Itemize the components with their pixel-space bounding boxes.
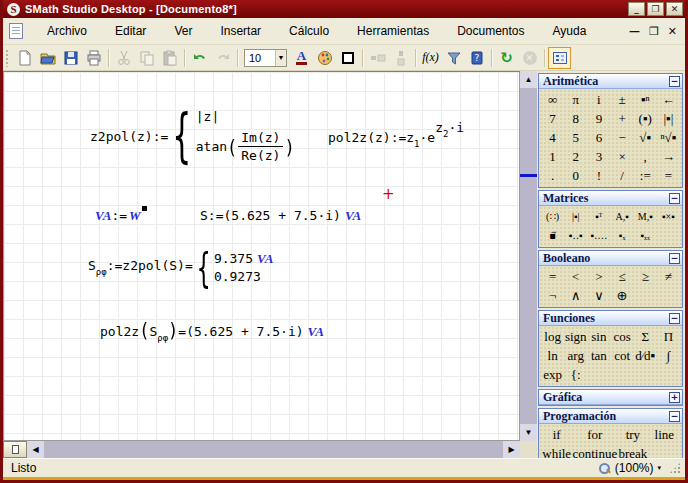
formula-srhophi-result[interactable]: Sρφ:=z2pol(S)= { 9.375VA 0.9273 <box>88 250 273 285</box>
document-icon[interactable] <box>9 23 23 39</box>
palette-button[interactable]: ∞ <box>541 90 564 109</box>
palette-button[interactable]: ▪‥▪ <box>564 226 587 245</box>
palette-button[interactable]: ≤ <box>610 267 633 286</box>
chevron-down-icon[interactable]: ▾ <box>657 464 661 472</box>
collapse-icon[interactable]: − <box>669 313 680 324</box>
menu-item[interactable]: Ayuda <box>539 20 601 42</box>
palette-button[interactable]: break <box>617 444 648 458</box>
palette-button[interactable]: 8 <box>564 109 587 128</box>
palette-button[interactable]: arg <box>564 346 587 365</box>
formula-z2pol-definition[interactable]: z2pol(z):= { |z| atan( Im(z)Re(z) ) <box>90 106 295 166</box>
palette-button[interactable]: sign <box>564 327 587 346</box>
expand-icon[interactable]: + <box>669 392 680 403</box>
palette-button[interactable]: ▪⃗ <box>541 226 564 245</box>
palette-button[interactable]: 1 <box>541 147 564 166</box>
palette-button[interactable]: exp <box>541 365 564 384</box>
horizontal-scroll-thumb[interactable] <box>44 441 503 458</box>
menu-item[interactable]: Cálculo <box>275 20 343 42</box>
scroll-left-icon[interactable]: ◀ <box>27 441 44 458</box>
background-color-button[interactable] <box>313 47 336 69</box>
palette-button[interactable]: sin <box>587 327 610 346</box>
palette-button[interactable]: × <box>610 147 633 166</box>
menu-item[interactable]: Archivo <box>33 20 101 42</box>
palette-button[interactable]: cot <box>610 346 633 365</box>
palette-button[interactable]: 0 <box>564 166 587 185</box>
toolbar-grip[interactable] <box>5 49 10 67</box>
palette-button[interactable]: Σ <box>634 327 657 346</box>
palette-button[interactable]: 9 <box>587 109 610 128</box>
palette-button[interactable]: ≠ <box>657 267 680 286</box>
palette-button[interactable]: . <box>541 166 564 185</box>
palette-button[interactable]: < <box>564 267 587 286</box>
vertical-scrollbar[interactable]: ▲ ▼ <box>520 71 537 441</box>
formula-pol2z-result[interactable]: pol2z(Sρφ)=(5.625 + 7.5·i)VA <box>100 320 324 343</box>
palette-button[interactable]: 4 <box>541 128 564 147</box>
save-button[interactable] <box>59 47 82 69</box>
palette-button[interactable]: / <box>610 166 633 185</box>
palette-button[interactable]: + <box>610 109 633 128</box>
palette-button[interactable]: ▪×▪ <box>657 207 680 226</box>
palette-button[interactable]: log <box>541 327 564 346</box>
menu-item[interactable]: Editar <box>101 20 160 42</box>
font-size-value[interactable]: 10 <box>245 52 275 64</box>
palette-button[interactable]: line <box>649 425 680 444</box>
palette-header[interactable]: Funciones − <box>539 311 682 326</box>
close-button[interactable]: ✕ <box>666 2 683 16</box>
open-button[interactable] <box>36 47 59 69</box>
palette-button[interactable]: continue <box>572 444 617 458</box>
palette-button[interactable]: ▪‥‥ <box>587 226 610 245</box>
scroll-down-icon[interactable]: ▼ <box>520 424 537 441</box>
palette-header[interactable]: Aritmética − <box>539 74 682 89</box>
palette-button[interactable]: 5 <box>564 128 587 147</box>
palette-button[interactable]: := <box>634 166 657 185</box>
palette-button[interactable]: π <box>564 90 587 109</box>
palette-button[interactable]: while <box>541 444 572 458</box>
palette-button[interactable]: ∧ <box>564 286 587 305</box>
collapse-icon[interactable]: − <box>669 193 680 204</box>
mdi-minimize-button[interactable]: — <box>629 25 640 38</box>
formula-va-assignment[interactable]: VA:=W <box>95 206 147 224</box>
palette-button[interactable]: = <box>657 166 680 185</box>
palette-button[interactable]: M,▪ <box>634 207 657 226</box>
palette-button[interactable]: ∫ <box>657 346 680 365</box>
palette-button[interactable]: |▪| <box>657 109 680 128</box>
scroll-up-icon[interactable]: ▲ <box>520 71 537 88</box>
reference-book-button[interactable]: ? <box>465 47 488 69</box>
palette-button[interactable]: Π <box>657 327 680 346</box>
palette-button[interactable]: (∷) <box>541 207 564 226</box>
palette-header[interactable]: Programación − <box>539 409 682 424</box>
undo-button[interactable] <box>188 47 211 69</box>
palette-button[interactable]: for <box>572 425 617 444</box>
palette-button[interactable]: ▪ⁿ <box>634 90 657 109</box>
palette-button[interactable]: → <box>657 147 680 166</box>
palette-button[interactable]: ≥ <box>634 267 657 286</box>
vertical-scroll-thumb[interactable] <box>520 88 537 424</box>
palette-button[interactable]: , <box>634 147 657 166</box>
palette-button[interactable]: ln <box>541 346 564 365</box>
collapse-icon[interactable]: − <box>669 76 680 87</box>
collapse-icon[interactable]: − <box>669 253 680 264</box>
worksheet-canvas[interactable]: z2pol(z):= { |z| atan( Im(z)Re(z) ) pol2… <box>3 71 520 441</box>
palette-button[interactable]: 6 <box>587 128 610 147</box>
palette-header[interactable]: Matrices − <box>539 191 682 206</box>
menu-item[interactable]: Herramientas <box>343 20 443 42</box>
recalculate-button[interactable]: ↻ <box>495 47 518 69</box>
palette-button[interactable]: ▪ᵀ <box>587 207 610 226</box>
chevron-down-icon[interactable]: ▼ <box>275 50 286 66</box>
palette-button[interactable]: ⁿ√▪ <box>657 128 680 147</box>
formula-pol2z-definition[interactable]: pol2z(z):=z1·ez2·i <box>328 120 464 149</box>
menu-item[interactable]: Ver <box>160 20 206 42</box>
palette-button[interactable]: try <box>617 425 648 444</box>
palette-button[interactable]: d∕d▪ <box>634 346 657 365</box>
palette-button[interactable]: ± <box>610 90 633 109</box>
palette-button[interactable]: if <box>541 425 572 444</box>
maximize-button[interactable]: ❐ <box>647 2 664 16</box>
palette-button[interactable]: (▪) <box>634 109 657 128</box>
palette-button[interactable]: ∨ <box>587 286 610 305</box>
palette-button[interactable]: √▪ <box>634 128 657 147</box>
palette-button[interactable]: 2 <box>564 147 587 166</box>
resize-grip[interactable] <box>669 462 681 474</box>
zoom-control[interactable]: (100%) ▾ <box>598 461 685 475</box>
insert-function-button[interactable]: f(x) <box>419 47 442 69</box>
new-sheet-button[interactable] <box>3 441 27 458</box>
